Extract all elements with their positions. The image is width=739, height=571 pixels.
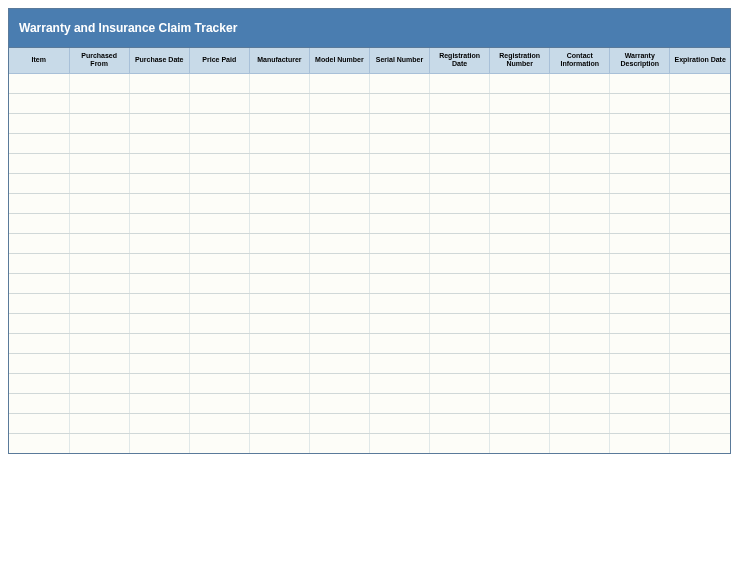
table-cell[interactable] — [430, 173, 490, 193]
table-cell[interactable] — [610, 433, 670, 453]
table-cell[interactable] — [9, 333, 69, 353]
table-cell[interactable] — [249, 133, 309, 153]
table-cell[interactable] — [309, 353, 369, 373]
table-cell[interactable] — [309, 313, 369, 333]
table-cell[interactable] — [129, 93, 189, 113]
table-cell[interactable] — [369, 333, 429, 353]
table-cell[interactable] — [69, 253, 129, 273]
table-cell[interactable] — [369, 433, 429, 453]
table-cell[interactable] — [69, 233, 129, 253]
table-cell[interactable] — [550, 73, 610, 93]
table-cell[interactable] — [189, 393, 249, 413]
table-cell[interactable] — [9, 273, 69, 293]
table-cell[interactable] — [189, 313, 249, 333]
table-cell[interactable] — [189, 213, 249, 233]
table-cell[interactable] — [670, 213, 730, 233]
table-cell[interactable] — [69, 413, 129, 433]
table-cell[interactable] — [369, 353, 429, 373]
table-cell[interactable] — [430, 373, 490, 393]
table-cell[interactable] — [430, 93, 490, 113]
table-cell[interactable] — [550, 253, 610, 273]
table-cell[interactable] — [610, 93, 670, 113]
table-cell[interactable] — [610, 173, 670, 193]
table-cell[interactable] — [670, 153, 730, 173]
table-cell[interactable] — [670, 293, 730, 313]
table-cell[interactable] — [430, 153, 490, 173]
table-cell[interactable] — [550, 413, 610, 433]
table-cell[interactable] — [249, 313, 309, 333]
table-cell[interactable] — [490, 253, 550, 273]
table-cell[interactable] — [129, 173, 189, 193]
table-cell[interactable] — [69, 273, 129, 293]
table-cell[interactable] — [309, 373, 369, 393]
table-cell[interactable] — [69, 293, 129, 313]
table-cell[interactable] — [309, 173, 369, 193]
table-cell[interactable] — [189, 353, 249, 373]
table-cell[interactable] — [249, 333, 309, 353]
table-cell[interactable] — [189, 113, 249, 133]
table-cell[interactable] — [670, 93, 730, 113]
table-cell[interactable] — [189, 293, 249, 313]
table-cell[interactable] — [610, 313, 670, 333]
table-cell[interactable] — [550, 213, 610, 233]
table-cell[interactable] — [430, 193, 490, 213]
table-cell[interactable] — [309, 393, 369, 413]
table-cell[interactable] — [9, 253, 69, 273]
table-cell[interactable] — [430, 353, 490, 373]
table-cell[interactable] — [69, 393, 129, 413]
table-cell[interactable] — [189, 433, 249, 453]
table-cell[interactable] — [430, 213, 490, 233]
table-cell[interactable] — [129, 253, 189, 273]
table-cell[interactable] — [430, 73, 490, 93]
table-cell[interactable] — [369, 273, 429, 293]
table-cell[interactable] — [670, 373, 730, 393]
table-cell[interactable] — [69, 373, 129, 393]
table-cell[interactable] — [490, 353, 550, 373]
table-cell[interactable] — [610, 293, 670, 313]
table-cell[interactable] — [490, 293, 550, 313]
table-cell[interactable] — [9, 413, 69, 433]
table-cell[interactable] — [550, 173, 610, 193]
table-cell[interactable] — [9, 353, 69, 373]
table-cell[interactable] — [430, 133, 490, 153]
table-cell[interactable] — [369, 73, 429, 93]
table-cell[interactable] — [369, 413, 429, 433]
table-cell[interactable] — [309, 333, 369, 353]
table-cell[interactable] — [9, 173, 69, 193]
table-cell[interactable] — [129, 133, 189, 153]
table-cell[interactable] — [670, 313, 730, 333]
table-cell[interactable] — [550, 153, 610, 173]
table-cell[interactable] — [129, 313, 189, 333]
table-cell[interactable] — [9, 73, 69, 93]
table-cell[interactable] — [430, 333, 490, 353]
table-cell[interactable] — [490, 193, 550, 213]
table-cell[interactable] — [129, 393, 189, 413]
table-cell[interactable] — [430, 113, 490, 133]
table-cell[interactable] — [550, 113, 610, 133]
table-cell[interactable] — [9, 393, 69, 413]
table-cell[interactable] — [490, 213, 550, 233]
table-cell[interactable] — [189, 193, 249, 213]
table-cell[interactable] — [249, 233, 309, 253]
table-cell[interactable] — [490, 173, 550, 193]
table-cell[interactable] — [550, 373, 610, 393]
table-cell[interactable] — [490, 393, 550, 413]
table-cell[interactable] — [550, 233, 610, 253]
table-cell[interactable] — [69, 193, 129, 213]
table-cell[interactable] — [550, 433, 610, 453]
table-cell[interactable] — [249, 173, 309, 193]
table-cell[interactable] — [249, 73, 309, 93]
table-cell[interactable] — [189, 273, 249, 293]
table-cell[interactable] — [69, 93, 129, 113]
table-cell[interactable] — [610, 413, 670, 433]
table-cell[interactable] — [670, 193, 730, 213]
table-cell[interactable] — [9, 93, 69, 113]
table-cell[interactable] — [309, 113, 369, 133]
table-cell[interactable] — [69, 333, 129, 353]
table-cell[interactable] — [550, 393, 610, 413]
table-cell[interactable] — [309, 213, 369, 233]
table-cell[interactable] — [550, 273, 610, 293]
table-cell[interactable] — [9, 153, 69, 173]
table-cell[interactable] — [9, 133, 69, 153]
table-cell[interactable] — [369, 193, 429, 213]
